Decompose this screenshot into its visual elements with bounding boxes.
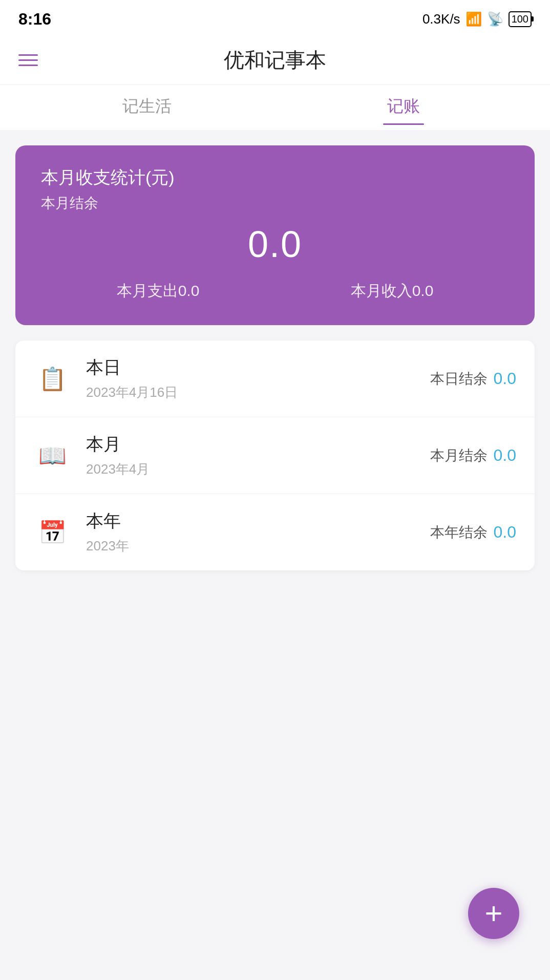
day-balance-value: 0.0	[494, 369, 516, 388]
day-title: 本日	[86, 356, 430, 379]
day-subtitle: 2023年4月16日	[86, 384, 430, 401]
status-bar: 8:16 0.3K/s 📶 📡 100	[0, 0, 550, 36]
summary-subtitle: 本月结余	[41, 194, 509, 213]
year-balance: 本年结余 0.0	[430, 523, 516, 542]
month-info: 本月 2023年4月	[86, 433, 430, 478]
month-title: 本月	[86, 433, 430, 456]
menu-line-3	[18, 65, 38, 66]
year-title: 本年	[86, 509, 430, 533]
menu-line-1	[18, 54, 38, 56]
tab-accounting[interactable]: 记账	[275, 85, 532, 125]
add-button[interactable]: +	[468, 888, 519, 939]
signal-icon: 📶	[466, 11, 482, 27]
month-balance: 本月结余 0.0	[430, 446, 516, 465]
year-info: 本年 2023年	[86, 509, 430, 555]
day-balance: 本日结余 0.0	[430, 369, 516, 389]
month-subtitle: 2023年4月	[86, 460, 430, 478]
month-balance-label: 本月结余	[430, 446, 488, 465]
year-subtitle: 2023年	[86, 537, 430, 555]
tab-life[interactable]: 记生活	[18, 85, 275, 125]
main-content: 本月收支统计(元) 本月结余 0.0 本月支出0.0 本月收入0.0 📋 本日 …	[0, 130, 550, 632]
navbar: 优和记事本	[0, 36, 550, 85]
summary-expense: 本月支出0.0	[117, 281, 200, 302]
network-speed: 0.3K/s	[422, 11, 460, 27]
status-icons: 0.3K/s 📶 📡 100	[422, 11, 532, 27]
summary-title: 本月收支统计(元)	[41, 166, 509, 189]
battery-icon: 100	[509, 11, 532, 27]
menu-line-2	[18, 59, 38, 61]
app-title: 优和记事本	[224, 46, 326, 74]
month-icon: 📖	[34, 437, 71, 474]
list-item-month[interactable]: 📖 本月 2023年4月 本月结余 0.0	[15, 417, 535, 494]
summary-amount: 0.0	[41, 223, 509, 265]
year-balance-value: 0.0	[494, 523, 516, 542]
status-time: 8:16	[18, 10, 51, 29]
list-card: 📋 本日 2023年4月16日 本日结余 0.0 📖 本月 2023年4月 本月…	[15, 340, 535, 570]
list-item-year[interactable]: 📅 本年 2023年 本年结余 0.0	[15, 494, 535, 570]
add-icon: +	[484, 898, 502, 929]
summary-row: 本月支出0.0 本月收入0.0	[41, 281, 509, 302]
list-item-day[interactable]: 📋 本日 2023年4月16日 本日结余 0.0	[15, 340, 535, 417]
menu-button[interactable]	[18, 54, 38, 66]
year-icon: 📅	[34, 514, 71, 551]
tab-bar: 记生活 记账	[0, 85, 550, 130]
day-balance-label: 本日结余	[430, 369, 488, 389]
summary-card: 本月收支统计(元) 本月结余 0.0 本月支出0.0 本月收入0.0	[15, 145, 535, 325]
year-balance-label: 本年结余	[430, 523, 488, 542]
day-info: 本日 2023年4月16日	[86, 356, 430, 401]
wifi-icon: 📡	[487, 11, 503, 27]
summary-income: 本月收入0.0	[351, 281, 434, 302]
day-icon: 📋	[34, 360, 71, 397]
month-balance-value: 0.0	[494, 446, 516, 465]
